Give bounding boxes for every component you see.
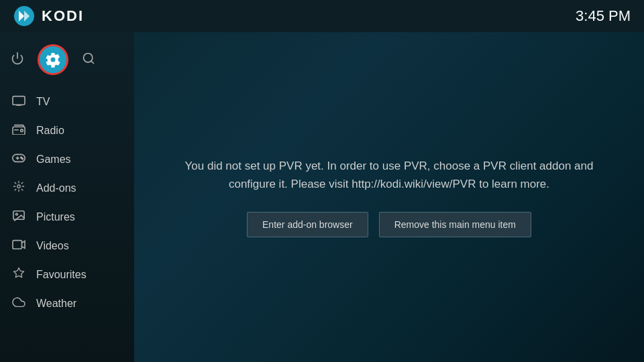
sidebar-item-tv[interactable]: TV: [0, 87, 134, 116]
top-bar: KODI 3:45 PM: [0, 0, 644, 32]
sidebar-item-games[interactable]: Games: [0, 145, 134, 174]
app-title: KODI: [42, 7, 84, 25]
svg-marker-22: [14, 268, 24, 278]
remove-menu-item-button[interactable]: Remove this main menu item: [379, 212, 531, 237]
power-icon[interactable]: [11, 52, 24, 68]
radio-label: Radio: [36, 125, 64, 137]
videos-icon: [11, 238, 27, 253]
pvr-buttons: Enter add-on browser Remove this main me…: [174, 212, 604, 237]
svg-rect-21: [13, 241, 22, 249]
svg-point-18: [17, 185, 21, 188]
svg-line-5: [91, 60, 94, 63]
tv-icon: [11, 94, 27, 109]
svg-rect-19: [13, 211, 24, 220]
weather-icon: [11, 296, 27, 311]
settings-button[interactable]: [38, 44, 68, 75]
top-left: KODI: [13, 5, 84, 27]
sidebar-top-icons: [0, 39, 134, 80]
enter-addon-browser-button[interactable]: Enter add-on browser: [247, 212, 368, 237]
svg-rect-6: [13, 97, 25, 105]
pvr-message: You did not set up PVR yet. In order to …: [174, 157, 604, 193]
kodi-logo-icon: [13, 5, 35, 27]
pictures-icon: [11, 209, 27, 225]
svg-point-20: [16, 213, 18, 215]
tv-label: TV: [36, 96, 50, 108]
sidebar-item-addons[interactable]: Add-ons: [0, 174, 134, 202]
clock: 3:45 PM: [576, 7, 631, 25]
sidebar-item-radio[interactable]: Radio: [0, 116, 134, 145]
sidebar-item-favourites[interactable]: Favourites: [0, 260, 134, 289]
favourites-label: Favourites: [36, 269, 87, 281]
radio-icon: [11, 123, 27, 138]
favourites-icon: [11, 267, 27, 282]
games-label: Games: [36, 154, 71, 166]
videos-label: Videos: [36, 240, 69, 252]
search-icon[interactable]: [82, 52, 95, 68]
sidebar-item-pictures[interactable]: Pictures: [0, 202, 134, 231]
games-icon: [11, 152, 27, 167]
main-layout: TV Radio: [0, 32, 644, 362]
addons-label: Add-ons: [36, 182, 76, 194]
pvr-info-box: You did not set up PVR yet. In order to …: [154, 137, 624, 257]
sidebar-item-videos[interactable]: Videos: [0, 231, 134, 260]
svg-point-17: [22, 158, 23, 160]
content-area: You did not set up PVR yet. In order to …: [134, 32, 644, 362]
sidebar: TV Radio: [0, 32, 134, 362]
weather-label: Weather: [36, 298, 76, 310]
addons-icon: [11, 180, 27, 196]
sidebar-item-weather[interactable]: Weather: [0, 289, 134, 318]
svg-point-10: [21, 129, 23, 132]
gear-icon: [45, 52, 61, 68]
pictures-label: Pictures: [36, 211, 75, 223]
